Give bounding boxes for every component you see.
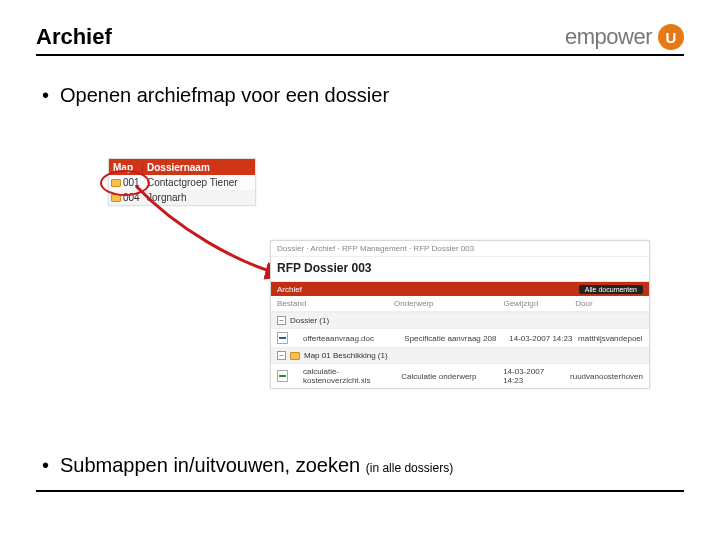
- folder-col-map: Map: [109, 162, 143, 173]
- file-date: 14-03-2007 14:23: [509, 334, 574, 343]
- logo: empower U: [565, 24, 684, 50]
- bullet-1: •Openen archiefmap voor een dossier: [42, 84, 684, 107]
- file-author: ruudvanoosterhoven: [570, 372, 643, 381]
- bullet-dot-icon: •: [42, 454, 50, 477]
- folder-row[interactable]: 001 Contactgroep Tiener: [109, 175, 255, 190]
- section-submap[interactable]: − Map 01 Beschikking (1): [271, 347, 649, 364]
- breadcrumb: Dossier · Archief · RFP Management · RFP…: [271, 241, 649, 257]
- folder-icon: [111, 194, 121, 202]
- bullet-dot-icon: •: [42, 84, 50, 107]
- logo-badge-icon: U: [658, 24, 684, 50]
- col-bestand: Bestand: [277, 299, 390, 308]
- dossier-title: RFP Dossier 003: [271, 257, 649, 282]
- file-author: matthijsvandepoel: [578, 334, 643, 343]
- folder-row-id: 004: [123, 192, 140, 203]
- file-subject: Specificatie aanvraag 208: [404, 334, 505, 343]
- expand-icon[interactable]: −: [277, 316, 286, 325]
- dossier-toolbar: Archief Alle documenten: [271, 282, 649, 296]
- slide-header: Archief empower U: [36, 24, 684, 56]
- expand-icon[interactable]: −: [277, 351, 286, 360]
- bullet-2-text: Submappen in/uitvouwen, zoeken: [60, 454, 366, 476]
- col-gewijzigd: Gewijzigd: [503, 299, 571, 308]
- file-date: 14-03-2007 14:23: [503, 367, 566, 385]
- folder-col-dossiernaam: Dossiernaam: [143, 162, 210, 173]
- file-row[interactable]: calculatie-kostenoverzicht.xls Calculati…: [271, 364, 649, 388]
- section-label: Map 01 Beschikking (1): [304, 351, 388, 360]
- bullet-1-text: Openen archiefmap voor een dossier: [60, 84, 389, 106]
- dossier-detail-panel: Dossier · Archief · RFP Management · RFP…: [270, 240, 650, 389]
- page-title: Archief: [36, 24, 112, 50]
- bullet-2: •Submappen in/uitvouwen, zoeken (in alle…: [42, 454, 453, 477]
- folder-row-name: Contactgroep Tiener: [143, 177, 238, 188]
- filter-pill[interactable]: Alle documenten: [579, 285, 643, 294]
- col-onderwerp: Onderwerp: [394, 299, 499, 308]
- file-name: offerteaanvraag.doc: [303, 334, 400, 343]
- logo-text: empower: [565, 24, 652, 50]
- dossier-column-headers: Bestand Onderwerp Gewijzigd Door: [271, 296, 649, 312]
- file-subject: Calculatie onderwerp: [401, 372, 499, 381]
- file-name: calculatie-kostenoverzicht.xls: [303, 367, 397, 385]
- folder-list-header: Map Dossiernaam: [109, 159, 255, 175]
- folder-icon: [290, 352, 300, 360]
- word-doc-icon: [277, 332, 288, 344]
- toolbar-left-label: Archief: [277, 285, 302, 294]
- file-row[interactable]: offerteaanvraag.doc Specificatie aanvraa…: [271, 329, 649, 347]
- section-dossier[interactable]: − Dossier (1): [271, 312, 649, 329]
- section-label: Dossier (1): [290, 316, 329, 325]
- folder-row-id: 001: [123, 177, 140, 188]
- folder-list-panel: Map Dossiernaam 001 Contactgroep Tiener …: [108, 158, 256, 206]
- footer-divider: [36, 490, 684, 492]
- excel-doc-icon: [277, 370, 288, 382]
- folder-icon: [111, 179, 121, 187]
- folder-row-name: Jorgnarh: [143, 192, 186, 203]
- bullet-2-subtext: (in alle dossiers): [366, 461, 453, 475]
- folder-row[interactable]: 004 Jorgnarh: [109, 190, 255, 205]
- col-door: Door: [575, 299, 643, 308]
